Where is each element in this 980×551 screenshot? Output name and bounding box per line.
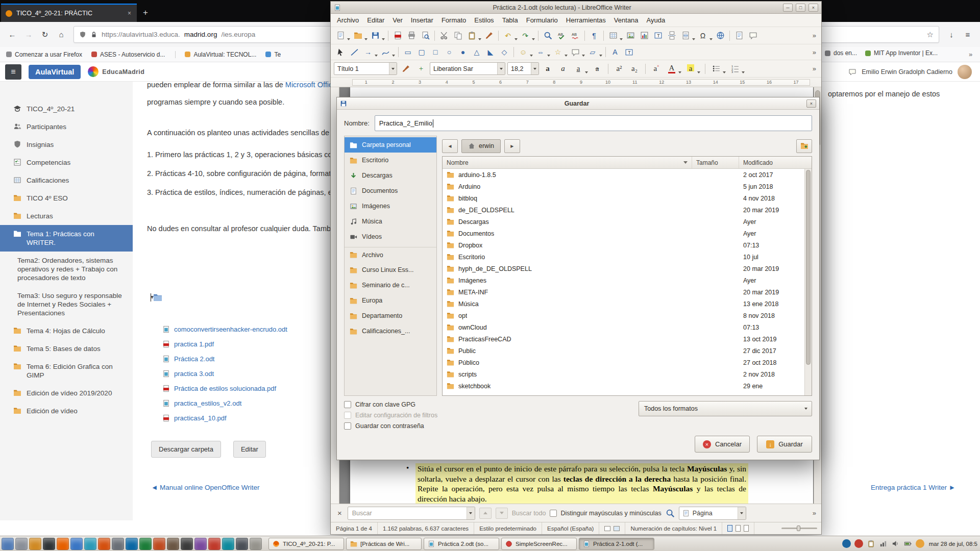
file-row-opt[interactable]: opt 8 nov 2018 xyxy=(443,310,804,321)
bookmark-page-icon[interactable]: ☆ xyxy=(927,30,934,39)
file-row-imagenes[interactable]: Imágenes Ayer xyxy=(443,274,804,286)
separator[interactable] xyxy=(608,64,608,74)
rounded-rectangle[interactable]: ▢ xyxy=(415,45,428,59)
folder-tree-toggle[interactable]: ▾ xyxy=(150,293,162,302)
select[interactable] xyxy=(334,45,347,59)
writer-titlebar[interactable]: Práctica 2-1.odt (solo lectura) - LibreO… xyxy=(331,2,821,14)
navigate-by-select[interactable]: Página xyxy=(679,507,746,520)
tray-battery[interactable] xyxy=(903,539,912,548)
diamond[interactable]: ◇ xyxy=(498,45,511,59)
forward-button[interactable]: → xyxy=(21,28,36,42)
separator[interactable] xyxy=(603,31,604,41)
redo[interactable]: ↷ xyxy=(519,29,532,42)
place-departamento[interactable]: Departamento xyxy=(345,308,436,323)
path-back-button[interactable]: ◂ xyxy=(442,139,458,153)
sidebar-item-competencias[interactable]: Competencias xyxy=(0,154,133,171)
file-row-arduino-185[interactable]: arduino-1.8.5 2 oct 2017 xyxy=(443,169,804,181)
undo[interactable]: ↶ xyxy=(501,29,514,42)
spelling[interactable] xyxy=(555,29,568,42)
callout-shapes[interactable] xyxy=(569,45,582,59)
option-password[interactable]: Guardar con contraseña xyxy=(344,422,437,430)
course-file-link[interactable]: comoconvertirseenhacker-encrudo.odt xyxy=(162,323,287,335)
toolbar-overflow-icon[interactable]: » xyxy=(811,48,818,56)
auto-spellcheck[interactable] xyxy=(569,29,582,42)
bullet-list[interactable] xyxy=(709,62,723,76)
launcher-screenrecorder[interactable] xyxy=(208,538,220,550)
menu-item[interactable]: Insertar xyxy=(407,14,437,26)
course-file-link[interactable]: practicas4_10.pdf xyxy=(162,412,287,423)
strikethrough[interactable]: a xyxy=(591,62,604,76)
filename-input[interactable]: Practica_2_Emilio xyxy=(375,115,812,131)
launcher-mail[interactable] xyxy=(70,538,83,550)
nav-drawer-toggle[interactable]: ≡ xyxy=(5,64,21,80)
right-triangle[interactable]: ◣ xyxy=(484,45,497,59)
cancel-button[interactable]: × Cancelar xyxy=(695,436,750,453)
insert-page-break[interactable] xyxy=(665,29,678,42)
menu-item[interactable]: Ver xyxy=(388,14,407,26)
clock[interactable]: mar 28 de jul, 08:5 xyxy=(928,541,978,547)
superscript[interactable]: a² xyxy=(612,62,626,76)
text-language[interactable]: Español (España) xyxy=(542,522,599,534)
launcher-screenshot[interactable] xyxy=(194,538,207,550)
option-gpg[interactable]: Cifrar con clave GPG xyxy=(344,401,437,408)
search-input[interactable]: Buscar xyxy=(348,507,475,520)
file-row-arduino[interactable]: Arduino 5 jun 2018 xyxy=(443,181,804,192)
downloads-icon[interactable]: ↓ xyxy=(944,28,959,42)
menu-icon[interactable]: ≡ xyxy=(961,28,975,42)
menu-item[interactable]: Herramientas xyxy=(562,14,610,26)
chevron-down-icon[interactable] xyxy=(531,63,538,74)
insert-image[interactable] xyxy=(624,29,637,42)
browser-tab[interactable]: TICO_4º_20-21: PRÁCTIC × xyxy=(1,4,137,22)
sidebar-item-tema3[interactable]: Tema3: Uso seguro y responsable de Inter… xyxy=(0,287,133,322)
insert-special-character[interactable]: Ω xyxy=(696,29,709,42)
separator[interactable] xyxy=(434,31,435,41)
taskbar-window-files[interactable]: [Prácticas de Wri... xyxy=(346,538,422,550)
tray-volume[interactable] xyxy=(891,539,900,548)
separator[interactable] xyxy=(584,31,585,41)
place-videos[interactable]: Vídeos xyxy=(345,229,436,244)
export-pdf[interactable] xyxy=(391,29,404,42)
taskbar-window-screenrecorder[interactable]: SimpleScreenRec... xyxy=(501,538,577,550)
tray-owncloud[interactable] xyxy=(842,539,851,548)
content-link[interactable]: Microsoft Offic xyxy=(285,81,332,89)
taskbar-window-practica2[interactable]: Práctica 2.odt (so... xyxy=(424,538,499,550)
column-header-modified[interactable]: Modificado xyxy=(739,157,804,168)
menu-item[interactable]: Tabla xyxy=(498,14,522,26)
tray-clipboard[interactable] xyxy=(867,539,875,548)
file-row-sketchbook[interactable]: sketchbook 29 ene xyxy=(443,380,804,392)
back-button[interactable]: ← xyxy=(5,28,19,42)
separator[interactable] xyxy=(729,31,730,41)
home-button[interactable]: ⌂ xyxy=(54,28,68,42)
basic-shapes[interactable]: ☺ xyxy=(517,45,530,59)
book-view-icon[interactable] xyxy=(744,525,749,532)
file-row-meta-inf[interactable]: META-INF 20 mar 2019 xyxy=(443,286,804,298)
bookmark-ases[interactable]: ASES - Autoservicio d... xyxy=(91,51,176,58)
lines-and-arrows[interactable]: → xyxy=(361,45,375,59)
place-documentos[interactable]: Documentos xyxy=(345,183,436,198)
separator[interactable] xyxy=(498,31,499,41)
separator[interactable] xyxy=(388,31,388,41)
place-calificaciones[interactable]: Calificaciones_... xyxy=(345,323,436,339)
place-europa[interactable]: Europa xyxy=(345,293,436,308)
maximize-button[interactable]: □ xyxy=(796,4,805,12)
create-folder-button[interactable] xyxy=(796,139,812,153)
place-imagenes[interactable]: Imágenes xyxy=(345,198,436,214)
close-find-icon[interactable]: × xyxy=(336,509,344,517)
separator[interactable] xyxy=(605,47,606,57)
menu-item[interactable]: Estilos xyxy=(470,14,498,26)
sidebar-item-calificaciones[interactable]: Calificaciones xyxy=(0,171,133,189)
zoom-slider[interactable] xyxy=(781,528,817,529)
file-row-documentos[interactable]: Documentos Ayer xyxy=(443,228,804,239)
avatar[interactable] xyxy=(958,65,972,79)
insert-mode-icon[interactable] xyxy=(604,526,610,531)
dialog-close-button[interactable]: × xyxy=(806,99,816,108)
separator[interactable] xyxy=(645,64,646,74)
place-archivo[interactable]: Archivo xyxy=(345,247,436,262)
cut[interactable] xyxy=(437,29,451,42)
save-dialog-titlebar[interactable]: Guardar × xyxy=(337,97,819,110)
course-file-link[interactable]: practica 1.pdf xyxy=(162,338,287,349)
find-replace[interactable] xyxy=(541,29,554,42)
file-row-public[interactable]: Public 27 dic 2017 xyxy=(443,345,804,357)
insert-textbox[interactable] xyxy=(651,29,665,42)
ellipse[interactable]: ○ xyxy=(443,45,456,59)
